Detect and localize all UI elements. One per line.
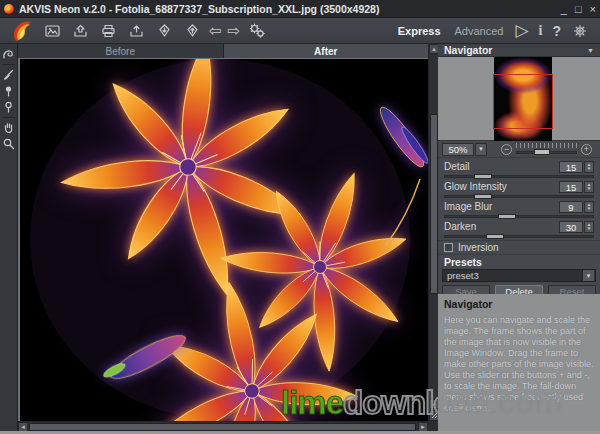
- vertical-scroll-thumb[interactable]: [430, 114, 438, 294]
- presets-title: Presets: [438, 255, 600, 268]
- spinner-control[interactable]: ▲▼: [584, 181, 594, 193]
- slider-value-field[interactable]: 15: [559, 161, 583, 173]
- slider-handle[interactable]: [474, 194, 492, 199]
- navigator-title: Navigator: [444, 44, 492, 56]
- spinner-control[interactable]: ▲▼: [584, 201, 594, 213]
- spinner-control[interactable]: ▲▼: [584, 221, 594, 233]
- hints-body: Here you can navigate and scale the imag…: [444, 315, 594, 414]
- zoom-slider-handle[interactable]: [534, 149, 550, 155]
- slider-handle[interactable]: [474, 174, 492, 179]
- preferences-icon[interactable]: [568, 20, 592, 42]
- express-mode-button[interactable]: Express: [398, 25, 441, 37]
- glow-brush-tool-icon[interactable]: [1, 83, 17, 98]
- slider-row-darken: Darken 30 ▲▼: [438, 220, 600, 240]
- zoom-slider-ticks: [516, 143, 577, 148]
- navigator-thumbnail-zone[interactable]: [438, 57, 600, 141]
- zoom-out-button[interactable]: −: [501, 144, 512, 155]
- zoom-slider[interactable]: [516, 143, 577, 156]
- navigator-view-frame[interactable]: [493, 74, 553, 129]
- undo-icon[interactable]: ⇦: [209, 22, 222, 40]
- slider-handle[interactable]: [486, 234, 504, 239]
- slider-row-image-blur: Image Blur 9 ▲▼: [438, 200, 600, 220]
- eyedropper-tool-icon[interactable]: [1, 67, 17, 82]
- open-image-icon[interactable]: [40, 20, 64, 42]
- redo-icon[interactable]: ⇨: [228, 22, 241, 40]
- quick-preview-tool-icon[interactable]: [1, 46, 17, 61]
- tab-before[interactable]: Before: [18, 44, 224, 58]
- slider-handle[interactable]: [498, 214, 516, 219]
- help-button[interactable]: ?: [552, 21, 561, 41]
- zoom-controls: 50% ▼ − +: [438, 141, 600, 158]
- slider-track[interactable]: [444, 195, 594, 198]
- view-tabs: Before After: [18, 44, 428, 58]
- preset-selected-value: preset3: [443, 270, 582, 281]
- zoom-value[interactable]: 50%: [442, 143, 474, 156]
- main-toolbar: ⇦ ⇨ Express Advanced ▷ i ?: [0, 18, 600, 44]
- preset-select[interactable]: preset3 ▼: [442, 269, 596, 282]
- hints-panel: Navigator Here you can navigate and scal…: [438, 294, 600, 431]
- tab-after[interactable]: After: [224, 44, 429, 58]
- zoom-tool-icon[interactable]: [1, 136, 17, 151]
- inversion-row: Inversion: [438, 241, 600, 255]
- zoom-in-button[interactable]: +: [581, 144, 592, 155]
- batch-processing-icon[interactable]: [245, 20, 269, 42]
- slider-track[interactable]: [444, 235, 594, 238]
- save-image-icon[interactable]: [68, 20, 92, 42]
- eraser-brush-tool-icon[interactable]: [1, 99, 17, 114]
- app-icon: [4, 4, 14, 14]
- parameter-sliders: Detail 15 ▲▼ Glow Intensity 15 ▲▼ Image: [438, 158, 600, 241]
- minimize-button[interactable]: _: [561, 4, 567, 14]
- hand-tool-icon[interactable]: [1, 120, 17, 135]
- horizontal-scrollbar[interactable]: ◄ ►: [18, 421, 428, 431]
- slider-track[interactable]: [444, 175, 594, 178]
- slider-value-field[interactable]: 9: [559, 201, 583, 213]
- info-button[interactable]: i: [539, 21, 543, 41]
- app-window: AKVIS Neon v.2.0 - Fotolia_68877337_Subs…: [0, 0, 600, 434]
- slider-value-field[interactable]: 30: [559, 221, 583, 233]
- navigator-collapse-icon[interactable]: ▼: [587, 47, 594, 54]
- horizontal-scroll-thumb[interactable]: [29, 423, 416, 431]
- spinner-control[interactable]: ▲▼: [584, 161, 594, 173]
- hints-title: Navigator: [444, 298, 594, 310]
- settings-panel: Navigator ▼ 50% ▼ − + Detail 15 ▲▼: [438, 44, 600, 431]
- tool-column: [0, 44, 18, 431]
- maximize-button[interactable]: □: [575, 4, 582, 14]
- akvis-logo-icon: [8, 20, 36, 42]
- slider-value-field[interactable]: 15: [559, 181, 583, 193]
- share-icon[interactable]: [124, 20, 148, 42]
- slider-row-detail: Detail 15 ▲▼: [438, 160, 600, 180]
- navigator-header[interactable]: Navigator ▼: [438, 44, 600, 57]
- image-canvas[interactable]: [18, 58, 428, 421]
- zoom-dropdown-icon[interactable]: ▼: [475, 143, 487, 156]
- slider-row-glow-intensity: Glow Intensity 15 ▲▼: [438, 180, 600, 200]
- inversion-checkbox[interactable]: [444, 243, 453, 252]
- import-presets-icon[interactable]: [152, 20, 176, 42]
- vertical-scrollbar[interactable]: ▲ −: [428, 44, 438, 421]
- advanced-mode-button[interactable]: Advanced: [455, 25, 504, 37]
- export-presets-icon[interactable]: [180, 20, 204, 42]
- title-bar: AKVIS Neon v.2.0 - Fotolia_68877337_Subs…: [0, 0, 600, 18]
- inversion-label: Inversion: [458, 242, 499, 253]
- close-button[interactable]: ×: [590, 4, 596, 14]
- preset-dropdown-icon[interactable]: ▼: [582, 270, 594, 281]
- print-icon[interactable]: [96, 20, 120, 42]
- window-title: AKVIS Neon v.2.0 - Fotolia_68877337_Subs…: [19, 3, 379, 15]
- run-button[interactable]: ▷: [515, 21, 528, 41]
- slider-track[interactable]: [444, 215, 594, 218]
